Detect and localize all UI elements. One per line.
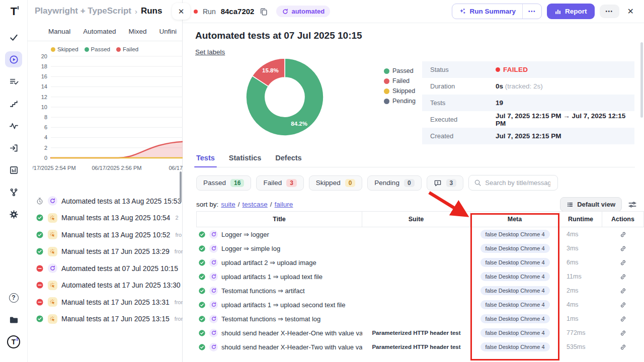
sort-link-testcase[interactable]: testcase xyxy=(243,201,268,208)
link-icon[interactable] xyxy=(619,259,627,266)
test-row[interactable]: upload artifact 2 ⇒ upload imagefalse De… xyxy=(196,255,644,269)
rail-activity-icon[interactable] xyxy=(5,118,22,134)
left-panel-scrollbar[interactable] xyxy=(180,171,182,203)
run-item-title: Automated tests at 07 Jul 2025 10:15 xyxy=(61,264,178,273)
tab-tests[interactable]: Tests xyxy=(196,154,215,162)
filter-chip-failed[interactable]: Failed3 xyxy=(256,175,303,191)
trend-chart-legend: SkippedPassedFailed xyxy=(33,46,182,52)
run-list-item[interactable]: Manual tests at 13 Aug 2025 10:52fro xyxy=(36,230,182,239)
manual-icon xyxy=(49,282,56,289)
filter-chip-pending[interactable]: Pending0 xyxy=(367,175,421,191)
copy-icon[interactable] xyxy=(259,7,268,16)
automated-icon xyxy=(211,259,217,265)
link-icon[interactable] xyxy=(619,301,627,309)
rail-steps-icon[interactable] xyxy=(5,96,22,112)
tab-statistics[interactable]: Statistics xyxy=(229,154,261,162)
tab-defects[interactable]: Defects xyxy=(275,154,301,162)
run-item-suffix: fro xyxy=(175,232,182,238)
close-run-button[interactable]: ✕ xyxy=(624,5,637,18)
test-row[interactable]: Testomat functions ⇒ artifactfalse Deskt… xyxy=(196,284,644,298)
test-row[interactable]: should send header X-Header-Two with val… xyxy=(196,340,644,354)
rail-bar-chart-icon[interactable] xyxy=(5,162,22,178)
link-icon[interactable] xyxy=(619,329,627,337)
column-header-title[interactable]: Title xyxy=(196,212,362,227)
link-icon[interactable] xyxy=(619,287,627,295)
report-button[interactable]: Report xyxy=(547,4,595,19)
link-icon[interactable] xyxy=(619,315,627,323)
info-label: Tests xyxy=(430,99,496,107)
runs-tab-unfini[interactable]: Unfini xyxy=(159,28,177,35)
breadcrumb-project[interactable]: Playwright + TypeScript xyxy=(35,6,131,16)
run-list-item[interactable]: Manual tests at 17 Jun 2025 13:15from xyxy=(36,314,182,324)
test-row[interactable]: Logger ⇒ loggerfalse Desktop Chrome 44ms xyxy=(196,227,644,241)
runs-tab-automated[interactable]: Automated xyxy=(83,28,116,35)
column-header-actions[interactable]: Actions xyxy=(602,212,644,227)
rail-help-icon[interactable]: ? xyxy=(5,290,22,306)
sort-link-failure[interactable]: failure xyxy=(275,201,293,208)
filter-chip-passed[interactable]: Passed16 xyxy=(196,175,251,191)
rail-sign-in-icon[interactable] xyxy=(5,140,22,156)
view-settings-icon[interactable] xyxy=(628,200,637,209)
run-list-item[interactable]: Automated tests at 07 Jul 2025 10:15 xyxy=(36,263,182,273)
run-item-title: Manual tests at 17 Jun 2025 13:29 xyxy=(61,247,170,255)
panel-close-button[interactable]: ✕ xyxy=(172,3,190,20)
rail-play-circle-icon[interactable] xyxy=(5,51,22,67)
meta-badge: false Desktop Chrome 4 xyxy=(480,258,550,267)
link-icon[interactable] xyxy=(619,343,627,351)
test-row[interactable]: upload artifacts 1 ⇒ upload second text … xyxy=(196,298,644,312)
test-row[interactable]: should send header X-Header-One with val… xyxy=(196,326,644,340)
info-value: Jul 7, 2025 12:15 PM xyxy=(496,132,561,140)
rail-branch-icon[interactable] xyxy=(5,184,22,200)
column-header-meta[interactable]: Meta xyxy=(470,212,559,227)
default-view-button[interactable]: Default view xyxy=(560,197,622,212)
svg-text:06/17/2025 2:56 PM: 06/17/2025 2:56 PM xyxy=(92,165,141,171)
run-list-item[interactable]: Manual tests at 13 Aug 2025 10:542 xyxy=(36,213,182,223)
link-icon[interactable] xyxy=(619,245,627,252)
test-suite: Parameterized HTTP header test xyxy=(362,344,470,350)
runs-tab-manual[interactable]: Manual xyxy=(48,28,70,35)
report-label: Report xyxy=(565,8,587,15)
rail-gear-icon[interactable] xyxy=(5,206,22,222)
run-summary-more-button[interactable]: ••• xyxy=(523,4,541,19)
sort-separator: / xyxy=(238,201,240,208)
passed-icon xyxy=(198,329,206,337)
view-list-icon xyxy=(567,201,574,208)
rail-list-check-icon[interactable] xyxy=(5,73,22,89)
filter-chips-row: Passed16Failed3Skipped0Pending03 xyxy=(196,175,558,191)
run-list-item[interactable]: Manual tests at 17 Jun 2025 13:31from xyxy=(36,297,182,307)
sparkles-icon xyxy=(459,8,466,15)
filter-chip-comments[interactable]: 3 xyxy=(427,175,464,191)
meta-badge: false Desktop Chrome 4 xyxy=(480,230,550,239)
search-input[interactable] xyxy=(485,179,550,187)
activity-icon xyxy=(9,121,19,131)
main-scrollbar[interactable] xyxy=(640,42,643,118)
tests-table-body: Logger ⇒ loggerfalse Desktop Chrome 44ms… xyxy=(196,227,644,354)
app-logo[interactable]: T xyxy=(11,5,17,18)
run-list-item[interactable]: Manual tests at 17 Jun 2025 13:29fron xyxy=(36,247,182,256)
rail-check-icon[interactable] xyxy=(5,29,22,45)
link-icon[interactable] xyxy=(619,231,627,238)
rail-folder-icon[interactable] xyxy=(5,312,22,328)
filter-chip-skipped[interactable]: Skipped0 xyxy=(309,175,362,191)
runs-tab-mixed[interactable]: Mixed xyxy=(129,28,147,35)
sort-link-suite[interactable]: suite xyxy=(221,201,235,208)
run-list-item[interactable]: Automated tests at 13 Aug 2025 15:53 xyxy=(36,196,182,206)
test-title: Logger ⇒ logger xyxy=(221,231,269,238)
run-list-item[interactable]: Automated tests at 17 Jun 2025 13:30 xyxy=(36,281,182,290)
automated-badge[interactable]: automated xyxy=(276,6,330,17)
search-icon xyxy=(474,179,481,187)
set-labels-link[interactable]: Set labels xyxy=(195,48,225,56)
test-row[interactable]: Logger ⇒ simple logfalse Desktop Chrome … xyxy=(196,241,644,255)
svg-text:6: 6 xyxy=(44,124,47,130)
donut-legend-skipped: Skipped xyxy=(384,87,416,95)
test-row[interactable]: Testomat functions ⇒ testomat logfalse D… xyxy=(196,312,644,326)
rail-avatar-t[interactable]: T xyxy=(5,334,22,350)
test-title: should send header X-Header-Two with val… xyxy=(221,343,362,351)
run-summary-button[interactable]: Run Summary xyxy=(452,4,523,19)
column-header-runtime[interactable]: Runtime xyxy=(559,212,602,227)
column-header-suite[interactable]: Suite xyxy=(362,212,470,227)
more-actions-button[interactable]: ••• xyxy=(600,5,619,18)
meta-badge: false Desktop Chrome 4 xyxy=(480,328,550,337)
test-row[interactable]: upload artifacts 1 ⇒ upload text filefal… xyxy=(196,269,644,284)
link-icon[interactable] xyxy=(619,273,627,281)
